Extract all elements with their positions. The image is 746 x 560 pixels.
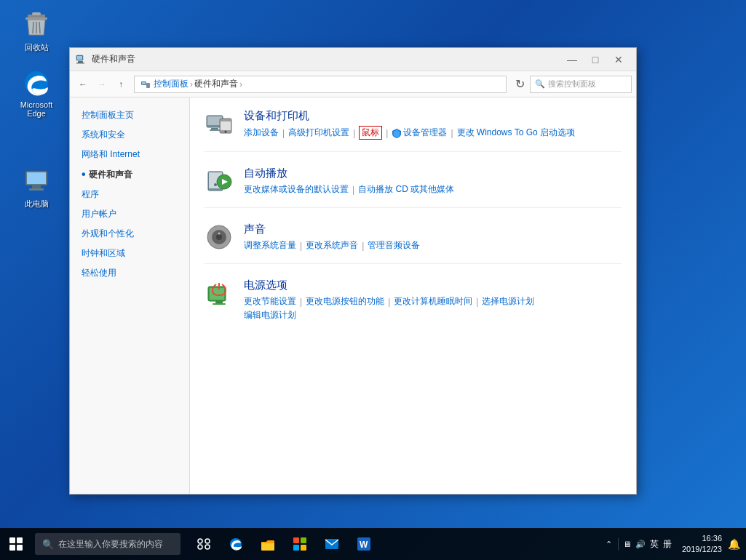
start-button[interactable] <box>0 528 32 560</box>
sidebar-item-home[interactable]: 控制面板主页 <box>76 106 183 124</box>
sidebar-item-network[interactable]: 网络和 Internet <box>76 145 183 164</box>
minimize-button[interactable]: — <box>560 48 584 71</box>
link-power-button[interactable]: 更改电源按钮的功能 <box>306 295 384 308</box>
svg-point-41 <box>205 545 210 549</box>
sidebar-item-home-label: 控制面板主页 <box>82 109 134 121</box>
link-device-manager[interactable]: 设备管理器 <box>403 127 447 139</box>
sidebar-item-users[interactable]: 用户帐户 <box>76 205 183 223</box>
power-icon <box>205 279 234 308</box>
close-button[interactable]: ✕ <box>607 48 630 71</box>
svg-point-24 <box>225 131 227 133</box>
up-button[interactable]: ↑ <box>112 76 130 93</box>
svg-rect-14 <box>76 63 84 64</box>
link-change-sounds[interactable]: 更改系统声音 <box>306 239 358 252</box>
search-icon-taskbar: 🔍 <box>42 539 54 550</box>
sidebar-item-clock-label: 时钟和区域 <box>82 247 125 260</box>
link-autoplay-cd[interactable]: 自动播放 CD 或其他媒体 <box>358 183 454 196</box>
refresh-button[interactable]: ↻ <box>511 76 528 93</box>
svg-rect-44 <box>293 537 299 543</box>
power-title[interactable]: 电源选项 <box>244 279 622 292</box>
taskbar-pinned-icons: W <box>189 528 378 560</box>
svg-rect-45 <box>301 537 306 543</box>
section-devices: 设备和打印机 添加设备 | 高级打印机设置 | 鼠标 | 设备管理器 | <box>205 109 622 152</box>
link-add-device[interactable]: 添加设备 <box>244 127 279 139</box>
window-icon <box>76 54 87 65</box>
sidebar-item-hardware[interactable]: • 硬件和声音 <box>76 165 183 184</box>
devices-content: 设备和打印机 添加设备 | 高级打印机设置 | 鼠标 | 设备管理器 | <box>244 109 622 140</box>
clock-time: 16:36 <box>682 533 722 544</box>
path-sep-2: › <box>239 79 242 89</box>
main-content: 设备和打印机 添加设备 | 高级打印机设置 | 鼠标 | 设备管理器 | <box>190 97 636 494</box>
taskbar-search[interactable]: 🔍 在这里输入你要搜索的内容 <box>35 533 180 555</box>
search-placeholder: 搜索控制面板 <box>548 79 596 89</box>
svg-point-33 <box>218 233 221 235</box>
devices-title[interactable]: 设备和打印机 <box>244 109 622 123</box>
volume-icon[interactable]: 🔊 <box>635 540 646 549</box>
svg-rect-47 <box>301 545 306 551</box>
sidebar-item-system[interactable]: 系统和安全 <box>76 126 183 144</box>
time-block[interactable]: 16:36 2019/12/23 <box>682 533 722 556</box>
sidebar-item-system-label: 系统和安全 <box>82 129 125 141</box>
link-adjust-volume[interactable]: 调整系统音量 <box>244 239 296 252</box>
path-part-1: 控制面板 <box>154 78 189 90</box>
sidebar-item-programs-label: 程序 <box>82 188 99 201</box>
forward-button[interactable]: → <box>93 76 111 93</box>
link-edit-plan[interactable]: 编辑电源计划 <box>244 309 296 321</box>
maximize-button[interactable]: □ <box>584 48 607 71</box>
path-sep-1: › <box>190 79 193 89</box>
edge-taskbar-button[interactable] <box>221 528 250 560</box>
control-panel-window: 硬件和声音 — □ ✕ ← → ↑ 控制面板 › 硬件和声音 › ↻ 🔍 搜索控… <box>69 47 637 495</box>
svg-rect-20 <box>211 128 218 129</box>
lang-indicator[interactable]: 英 <box>650 538 659 551</box>
power-links-2: 编辑电源计划 <box>244 309 622 321</box>
task-view-button[interactable] <box>189 528 218 560</box>
recycle-bin-icon[interactable]: 回收站 <box>11 7 62 56</box>
section-sound: 声音 调整系统音量 | 更改系统声音 | 管理音频设备 <box>205 223 622 264</box>
link-sleep-time[interactable]: 更改计算机睡眠时间 <box>394 295 472 308</box>
active-bullet: • <box>82 168 86 181</box>
back-button[interactable]: ← <box>74 76 92 93</box>
address-path[interactable]: 控制面板 › 硬件和声音 › <box>134 76 507 93</box>
windows-logo <box>9 537 23 551</box>
word-taskbar-button[interactable]: W <box>349 528 378 560</box>
svg-rect-48 <box>325 539 338 549</box>
svg-rect-46 <box>293 545 299 551</box>
sound-title[interactable]: 声音 <box>244 223 622 236</box>
svg-rect-12 <box>77 56 82 60</box>
taskbar-search-text: 在这里输入你要搜索的内容 <box>58 538 163 551</box>
my-computer-icon[interactable]: 此电脑 <box>11 164 62 212</box>
explorer-taskbar-button[interactable] <box>253 528 282 560</box>
sidebar-item-programs[interactable]: 程序 <box>76 185 183 204</box>
svg-rect-10 <box>29 188 44 191</box>
link-power-plan[interactable]: 选择电源计划 <box>482 295 534 308</box>
svg-point-40 <box>198 545 202 549</box>
chevron-up-icon[interactable]: ⌃ <box>606 540 612 549</box>
power-links: 更改节能设置 | 更改电源按钮的功能 | 更改计算机睡眠时间 | 选择电源计划 <box>244 295 622 308</box>
svg-rect-21 <box>210 129 220 131</box>
input-method[interactable]: 册 <box>663 538 672 551</box>
sidebar-item-ease[interactable]: 轻松使用 <box>76 264 183 282</box>
notification-bell-icon[interactable]: 🔔 <box>728 538 740 550</box>
computer-image <box>22 167 51 196</box>
sidebar-item-clock[interactable]: 时钟和区域 <box>76 244 183 263</box>
link-windows-to-go[interactable]: 更改 Windows To Go 启动选项 <box>457 127 575 139</box>
link-mouse[interactable]: 鼠标 <box>359 126 382 140</box>
search-box[interactable]: 🔍 搜索控制面板 <box>530 76 632 93</box>
sidebar-item-appearance[interactable]: 外观和个性化 <box>76 225 183 243</box>
shield-icon <box>392 128 402 138</box>
svg-text:W: W <box>360 540 368 550</box>
network-icon: 🖥 <box>623 540 631 548</box>
mail-taskbar-button[interactable] <box>317 528 346 560</box>
svg-rect-9 <box>32 185 41 188</box>
sidebar: 控制面板主页 系统和安全 网络和 Internet • 硬件和声音 程序 用户帐… <box>70 97 190 494</box>
link-printer-settings[interactable]: 高级打印机设置 <box>288 127 349 139</box>
link-change-media[interactable]: 更改媒体或设备的默认设置 <box>244 183 349 196</box>
edge-icon-desktop[interactable]: MicrosoftEdge <box>11 65 62 121</box>
link-manage-audio[interactable]: 管理音频设备 <box>368 239 420 252</box>
link-power-settings[interactable]: 更改节能设置 <box>244 295 296 308</box>
autoplay-title[interactable]: 自动播放 <box>244 167 622 180</box>
store-taskbar-button[interactable] <box>285 528 314 560</box>
window-title: 硬件和声音 <box>92 53 560 65</box>
power-content: 电源选项 更改节能设置 | 更改电源按钮的功能 | 更改计算机睡眠时间 | 选择… <box>244 279 622 321</box>
svg-rect-13 <box>78 61 83 63</box>
